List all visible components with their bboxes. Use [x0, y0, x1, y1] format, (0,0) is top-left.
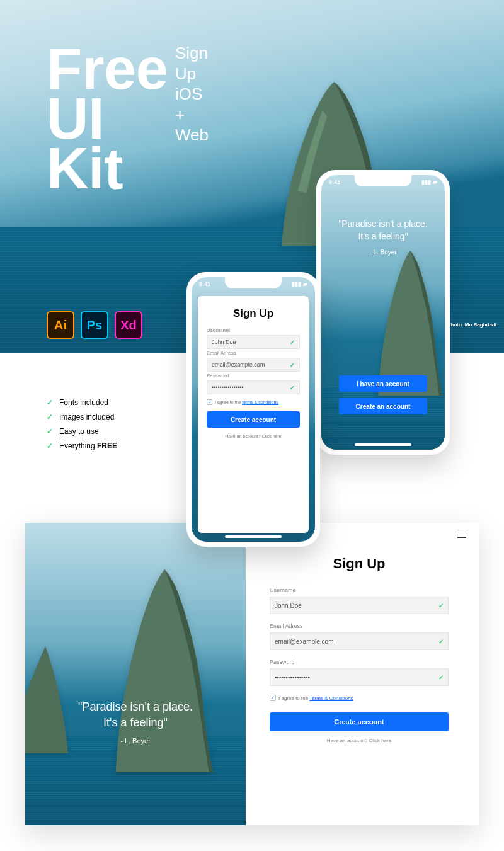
password-label: Password [207, 373, 300, 379]
email-label: Email Adress [270, 623, 449, 629]
password-label: Password [270, 659, 449, 665]
signup-card: Sign Up Username John Doe✓ Email Adress … [198, 296, 309, 533]
terms-link[interactable]: terms & conditions [242, 400, 278, 404]
check-icon: ✓ [47, 413, 53, 421]
status-bar: 9:41 ▮▮▮ ▰ [192, 281, 315, 290]
list-item: ✓Images included [47, 413, 117, 421]
web-mockup: "Paradise isn't a place. It's a feeling"… [25, 523, 479, 825]
illustrator-icon: Ai [47, 311, 74, 339]
username-input[interactable]: John Doe✓ [207, 335, 300, 349]
terms-row: ✓ I agree to the Terms & Conditions [270, 695, 449, 701]
check-icon: ✓ [438, 674, 444, 681]
status-bar: 9:41 ▮▮▮ ▰ [321, 179, 445, 188]
photo-credit: Photo: Mo Baghdadi [447, 322, 496, 328]
email-input[interactable]: email@example.com✓ [207, 358, 300, 372]
password-input[interactable]: ••••••••••••••••✓ [270, 668, 449, 686]
email-input[interactable]: email@example.com✓ [270, 632, 449, 650]
check-icon: ✓ [290, 384, 295, 391]
menu-icon[interactable] [457, 532, 466, 538]
title-line3: Kit [47, 144, 168, 193]
web-form: Sign Up Username John Doe✓ Email Adress … [246, 523, 479, 825]
terms-checkbox[interactable]: ✓ [207, 399, 212, 405]
have-account-button[interactable]: I have an account [339, 375, 427, 392]
password-input[interactable]: ••••••••••••••••✓ [207, 380, 300, 394]
list-item: ✓Easy to use [47, 427, 117, 436]
photoshop-icon: Ps [81, 311, 108, 339]
username-label: Username [270, 587, 449, 593]
have-account-link[interactable]: Have an account? Click here [270, 738, 449, 743]
list-item: ✓Fonts included [47, 398, 117, 407]
signup-title: Sign Up [207, 307, 300, 320]
terms-row: ✓ I agree to the terms & conditions [207, 399, 300, 405]
check-icon: ✓ [438, 638, 444, 645]
web-quote: "Paradise isn't a place. It's a feeling"… [25, 699, 246, 745]
check-icon: ✓ [47, 442, 53, 450]
home-indicator [225, 535, 282, 538]
email-label: Email Adress [207, 350, 300, 356]
create-account-button[interactable]: Create an account [339, 398, 427, 414]
status-right: ▮▮▮ ▰ [421, 179, 437, 188]
status-time: 9:41 [199, 281, 210, 290]
terms-link[interactable]: Terms & Conditions [309, 695, 353, 701]
xd-icon: Xd [115, 311, 142, 339]
hero-title: Free UI Kit Sign Up iOS + Web [47, 44, 168, 193]
check-icon: ✓ [47, 398, 53, 407]
feature-list: ✓Fonts included ✓Images included ✓Easy t… [47, 398, 117, 456]
check-icon: ✓ [47, 427, 53, 436]
phone-mockup-signup: 9:41 ▮▮▮ ▰ Sign Up Username John Doe✓ Em… [186, 272, 320, 547]
app-icons: Ai Ps Xd [47, 311, 142, 339]
have-account-link[interactable]: Have an account? Click here [207, 434, 300, 438]
web-hero-image: "Paradise isn't a place. It's a feeling"… [25, 523, 246, 825]
rock-illustration [375, 251, 445, 396]
terms-checkbox[interactable]: ✓ [270, 695, 276, 701]
status-right: ▮▮▮ ▰ [292, 281, 307, 290]
username-label: Username [207, 328, 300, 333]
check-icon: ✓ [290, 339, 295, 346]
create-account-button[interactable]: Create account [270, 712, 449, 731]
list-item: ✓Everything FREE [47, 442, 117, 450]
check-icon: ✓ [438, 602, 444, 609]
hero-subtitle: Sign Up iOS + Web [175, 43, 209, 146]
home-indicator [355, 443, 411, 446]
create-account-button[interactable]: Create account [207, 411, 300, 428]
check-icon: ✓ [290, 362, 295, 368]
username-input[interactable]: John Doe✓ [270, 597, 449, 614]
signup-title: Sign Up [270, 556, 449, 572]
status-time: 9:41 [329, 179, 340, 188]
phone-mockup-welcome: 9:41 ▮▮▮ ▰ "Paradise isn't a place. It's… [316, 170, 450, 455]
welcome-quote: "Paradise isn't a place. It's a feeling"… [321, 218, 445, 256]
